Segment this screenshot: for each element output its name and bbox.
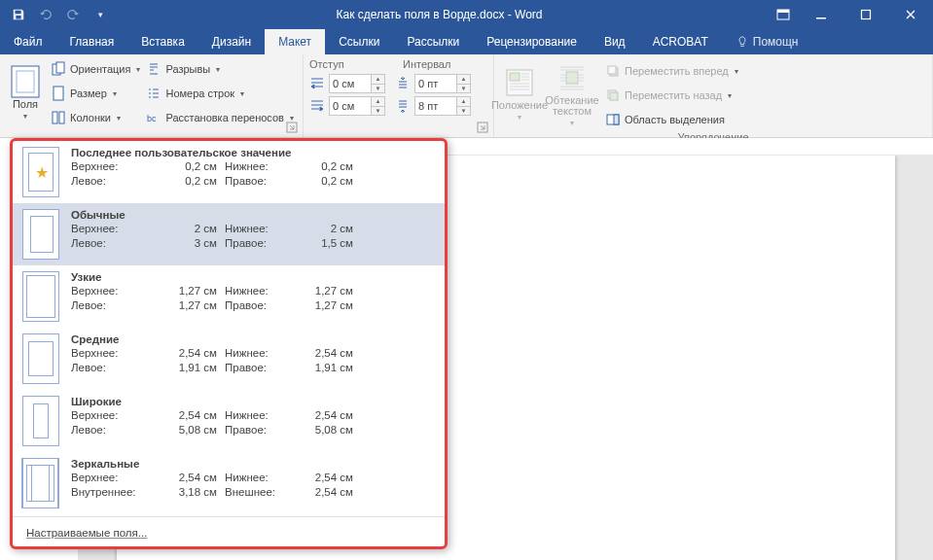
bring-forward-label: Переместить вперед — [625, 65, 729, 77]
preset-title: Зеркальные — [71, 458, 435, 470]
size-label: Размер — [70, 88, 107, 99]
titlebar: ▾ Как сделать поля в Ворде.docx - Word — [0, 0, 933, 29]
margin-preset[interactable]: Обычные Верхнее:2 смНижнее:2 смЛевое:3 с… — [13, 203, 445, 265]
margin-preset[interactable]: Широкие Верхнее:2,54 смНижнее:2,54 смЛев… — [13, 390, 445, 452]
preset-values: Верхнее:2 смНижнее:2 смЛевое:3 смПравое:… — [71, 222, 435, 251]
svg-rect-8 — [54, 87, 63, 100]
tab-home[interactable]: Главная — [56, 29, 128, 54]
spin-down-icon[interactable]: ▼ — [457, 107, 470, 116]
margin-preset[interactable]: ★ Последнее пользовательское значение Ве… — [13, 141, 445, 203]
margin-preset-icon: ★ — [22, 147, 59, 197]
tab-mailings[interactable]: Рассылки — [393, 29, 473, 54]
preset-title: Средние — [71, 333, 435, 345]
space-before-input[interactable]: 0 пт ▲▼ — [414, 74, 471, 93]
close-icon[interactable] — [888, 0, 933, 29]
tab-view[interactable]: Вид — [591, 29, 639, 54]
page-setup-launcher[interactable] — [285, 122, 299, 135]
svg-rect-7 — [56, 62, 64, 73]
indent-left-input[interactable]: 0 см ▲▼ — [329, 74, 385, 93]
hyphenation-button[interactable]: bc Расстановка переносов▾ — [146, 107, 293, 128]
breaks-button[interactable]: Разрывы▾ — [146, 58, 293, 80]
tab-review[interactable]: Рецензирование — [473, 29, 591, 54]
preset-values: Верхнее:0,2 смНижнее:0,2 смЛевое:0,2 смП… — [71, 159, 435, 189]
wrap-button[interactable]: Обтекание текстом ▾ — [545, 58, 599, 130]
send-backward-button[interactable]: Переместить назад▾ — [605, 85, 738, 106]
margins-button[interactable]: Поля ▾ — [6, 58, 45, 128]
tab-file[interactable]: Файл — [0, 29, 56, 54]
indent-right-value: 0 см — [330, 97, 371, 115]
chevron-down-icon: ▾ — [23, 112, 27, 121]
space-after-input[interactable]: 8 пт ▲▼ — [414, 96, 471, 116]
bring-forward-button[interactable]: Переместить вперед▾ — [605, 60, 738, 82]
size-button[interactable]: Размер▾ — [51, 83, 140, 104]
line-numbers-icon — [146, 86, 161, 101]
tab-references[interactable]: Ссылки — [325, 29, 393, 54]
spacing-header: Интервал — [403, 58, 450, 72]
spin-down-icon[interactable]: ▼ — [372, 107, 384, 116]
qat-customize-icon[interactable]: ▾ — [90, 4, 111, 25]
redo-icon[interactable] — [62, 4, 84, 25]
spin-down-icon[interactable]: ▼ — [457, 85, 470, 93]
tab-insert[interactable]: Вставка — [127, 29, 198, 54]
svg-rect-15 — [510, 73, 520, 81]
margin-preset[interactable]: Узкие Верхнее:1,27 смНижнее:1,27 смЛевое… — [13, 265, 445, 328]
minimize-icon[interactable] — [799, 0, 843, 29]
breaks-label: Разрывы — [165, 63, 210, 75]
preset-values: Верхнее:2,54 смНижнее:2,54 смЛевое:5,08 … — [71, 408, 435, 438]
margin-preset-icon — [22, 396, 59, 446]
selection-pane-label: Область выделения — [625, 114, 725, 125]
bring-forward-icon — [605, 63, 621, 79]
margin-preset-icon — [22, 458, 59, 508]
save-icon[interactable] — [8, 4, 29, 25]
tab-design[interactable]: Дизайн — [198, 29, 265, 54]
margins-icon — [10, 66, 41, 97]
space-after-icon — [395, 98, 411, 114]
tab-layout[interactable]: Макет — [265, 29, 325, 54]
tell-me[interactable]: Помощн — [722, 29, 812, 54]
paragraph-caption — [309, 122, 487, 135]
margin-preset-icon — [22, 333, 59, 384]
preset-values: Верхнее:2,54 смНижнее:2,54 смВнутреннее:… — [71, 471, 435, 500]
paragraph-launcher[interactable] — [476, 122, 489, 135]
spin-up-icon[interactable]: ▲ — [457, 97, 470, 107]
tell-me-label: Помощн — [753, 35, 799, 49]
svg-rect-2 — [816, 18, 826, 19]
preset-title: Узкие — [71, 271, 435, 283]
columns-button[interactable]: Колонки▾ — [51, 107, 140, 128]
ribbon-options-icon[interactable] — [768, 0, 799, 29]
preset-title: Последнее пользовательское значение — [71, 147, 435, 158]
margin-preset[interactable]: Зеркальные Верхнее:2,54 смНижнее:2,54 см… — [13, 452, 445, 514]
undo-icon[interactable] — [35, 4, 56, 25]
preset-values: Верхнее:1,27 смНижнее:1,27 смЛевое:1,27 … — [71, 284, 435, 313]
wrap-label: Обтекание текстом — [545, 95, 599, 117]
spin-up-icon[interactable]: ▲ — [372, 75, 384, 85]
indent-left-value: 0 см — [330, 75, 371, 92]
svg-rect-20 — [610, 92, 618, 100]
indent-right-input[interactable]: 0 см ▲▼ — [329, 96, 385, 116]
orientation-button[interactable]: Ориентация▾ — [51, 58, 140, 80]
selection-pane-button[interactable]: Область выделения — [605, 109, 738, 130]
maximize-icon[interactable] — [843, 0, 888, 29]
spin-down-icon[interactable]: ▼ — [372, 85, 384, 93]
svg-rect-16 — [566, 72, 578, 84]
margin-preset[interactable]: Средние Верхнее:2,54 смНижнее:2,54 смЛев… — [13, 328, 445, 390]
custom-margins-button[interactable]: Настраиваемые поля... — [13, 519, 445, 546]
spin-up-icon[interactable]: ▲ — [372, 97, 384, 107]
margins-label: Поля — [13, 99, 38, 110]
line-numbers-button[interactable]: Номера строк▾ — [146, 83, 293, 104]
hyphenation-icon: bc — [146, 110, 161, 125]
spin-up-icon[interactable]: ▲ — [457, 75, 470, 85]
size-icon — [51, 86, 66, 101]
svg-text:bc: bc — [147, 114, 157, 123]
indent-header: Отступ — [309, 58, 387, 72]
selection-pane-icon — [605, 112, 621, 127]
ribbon: Поля ▾ Ориентация▾ Размер▾ Колонки▾ — [0, 54, 933, 138]
columns-label: Колонки — [70, 112, 111, 123]
page-setup-caption — [6, 128, 297, 135]
margin-preset-icon — [22, 209, 59, 260]
position-button[interactable]: Положение ▾ — [500, 58, 539, 130]
svg-rect-9 — [53, 112, 57, 123]
line-numbers-label: Номера строк — [165, 88, 234, 99]
tab-acrobat[interactable]: ACROBAT — [639, 29, 722, 54]
position-label: Положение — [491, 100, 548, 111]
